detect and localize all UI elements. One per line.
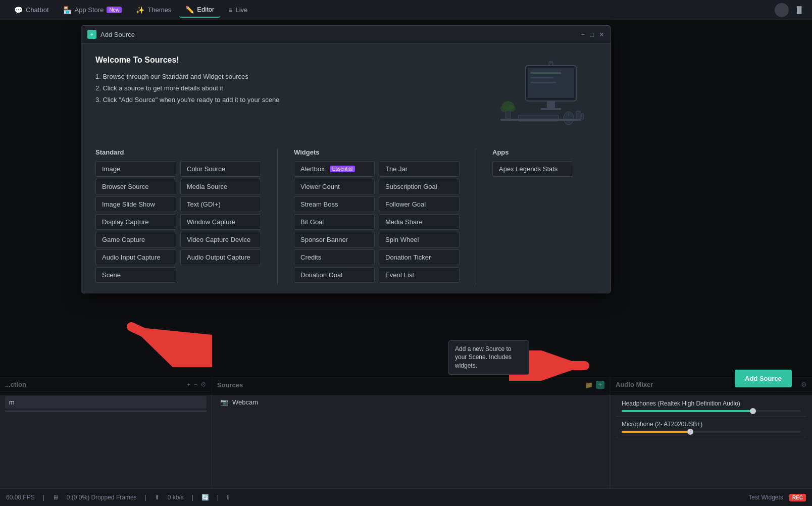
standard-section: Standard Image Browser Source Image Slid… [95, 148, 261, 285]
headphones-fill [622, 410, 756, 412]
audio-headphones: Headphones (Realtek High Definition Audi… [616, 396, 807, 417]
status-bar: 60.00 FPS | 🖥 0 (0.0%) Dropped Frames | … [0, 488, 812, 506]
widget-alertbox[interactable]: Alertbox Essential [294, 161, 375, 177]
minimize-btn[interactable]: − [581, 31, 585, 38]
nav-themes[interactable]: ✨ Themes [130, 3, 177, 17]
headphones-bar[interactable] [622, 410, 801, 412]
dialog-icon: + [87, 30, 96, 39]
source-audio-input[interactable]: Audio Input Capture [95, 249, 176, 265]
bandwidth-display: 0 kb/s [168, 494, 184, 501]
dropped-frames: 0 (0.0%) Dropped Frames [67, 494, 137, 501]
source-media[interactable]: Media Source [180, 179, 261, 194]
widget-the-jar[interactable]: The Jar [379, 161, 460, 177]
widgets-col-2: The Jar Subscription Goal Follower Goal … [379, 161, 460, 285]
widgets-header: Widgets [294, 148, 460, 156]
widget-sponsor-banner[interactable]: Sponsor Banner [294, 232, 375, 247]
svg-rect-14 [531, 82, 556, 83]
nav-live[interactable]: ≡ Live [222, 3, 253, 17]
test-widgets-btn[interactable]: Test Widgets [748, 494, 783, 501]
source-window-capture[interactable]: Window Capture [180, 214, 261, 230]
fps-display: 60.00 FPS [6, 494, 35, 501]
widget-donation-goal[interactable]: Donation Goal [294, 267, 375, 283]
welcome-content: Welcome To Sources! 1. Browse through ou… [95, 56, 469, 136]
svg-rect-11 [500, 119, 581, 121]
app-store-icon: 🏪 [63, 6, 72, 14]
add-source-button[interactable]: Add Source [735, 370, 792, 387]
divider-widgets-apps [476, 148, 476, 285]
apps-header: Apps [492, 148, 573, 156]
separator4: | [217, 494, 219, 501]
bottom-bar-right: Test Widgets REC [748, 494, 806, 501]
frame-icon: 🖥 [53, 494, 59, 501]
widget-spin-wheel[interactable]: Spin Wheel [379, 232, 460, 247]
source-game-capture[interactable]: Game Capture [95, 232, 176, 247]
source-video-capture[interactable]: Video Capture Device [180, 232, 261, 247]
separator2: | [145, 494, 146, 501]
widget-stream-boss[interactable]: Stream Boss [294, 196, 375, 212]
microphone-fill [622, 431, 693, 433]
widget-follower-goal[interactable]: Follower Goal [379, 196, 460, 212]
widget-event-list[interactable]: Event List [379, 267, 460, 283]
welcome-steps: 1. Browse through our Standard and Widge… [95, 73, 469, 104]
headphones-label: Headphones (Realtek High Definition Audi… [622, 400, 801, 407]
bandwidth-icon: ⬆ [155, 494, 160, 501]
headphones-knob[interactable] [750, 408, 756, 414]
dialog-title: Add Source [100, 31, 135, 38]
standard-col-2: Color Source Media Source Text (GDI+) Wi… [180, 161, 261, 285]
new-badge: New [107, 7, 122, 13]
welcome-heading: Welcome To Sources! [95, 56, 469, 65]
standard-columns: Image Browser Source Image Slide Show Di… [95, 161, 261, 285]
source-display-capture[interactable]: Display Capture [95, 214, 176, 230]
scene-item[interactable]: m [5, 396, 207, 409]
widget-donation-ticker[interactable]: Donation Ticker [379, 249, 460, 265]
widget-bit-goal[interactable]: Bit Goal [294, 214, 375, 230]
source-webcam[interactable]: 📷 Webcam [217, 396, 604, 408]
widget-subscription-goal[interactable]: Subscription Goal [379, 179, 460, 194]
widget-credits[interactable]: Credits [294, 249, 375, 265]
step-2: 2. Click a source to get more details ab… [95, 84, 469, 92]
widget-media-share[interactable]: Media Share [379, 214, 460, 230]
svg-rect-3 [541, 108, 561, 110]
nav-app-store[interactable]: 🏪 App Store New [57, 3, 128, 17]
live-icon: ≡ [228, 6, 232, 14]
essential-badge: Essential [330, 166, 356, 172]
source-browser[interactable]: Browser Source [95, 179, 176, 194]
webcam-icon: 📷 [220, 398, 228, 406]
svg-rect-18 [581, 114, 584, 119]
sources-list: 📷 Webcam [212, 392, 610, 488]
illustration-svg [490, 56, 591, 136]
source-image[interactable]: Image [95, 161, 176, 177]
source-color[interactable]: Color Source [180, 161, 261, 177]
maximize-btn[interactable]: □ [590, 31, 594, 38]
source-scene[interactable]: Scene [95, 267, 176, 283]
sources-grid: Standard Image Browser Source Image Slid… [81, 148, 611, 293]
widget-viewer-count[interactable]: Viewer Count [294, 179, 375, 194]
top-navigation: 💬 Chatbot 🏪 App Store New ✨ Themes ✏️ Ed… [0, 0, 812, 20]
close-btn[interactable]: ✕ [599, 31, 604, 38]
nav-chatbot[interactable]: 💬 Chatbot [8, 3, 55, 17]
microphone-knob[interactable] [687, 429, 693, 435]
apps-section: Apps Apex Legends Stats [492, 148, 573, 285]
widgets-col-1: Alertbox Essential Viewer Count Stream B… [294, 161, 375, 285]
dialog-titlebar: + Add Source − □ ✕ [81, 26, 611, 43]
source-text-gdi[interactable]: Text (GDI+) [180, 196, 261, 212]
svg-rect-17 [576, 111, 580, 119]
source-image-slideshow[interactable]: Image Slide Show [95, 196, 176, 212]
dialog-welcome-section: Welcome To Sources! 1. Browse through ou… [81, 43, 611, 148]
nav-editor[interactable]: ✏️ Editor [179, 3, 220, 18]
divider-standard-widgets [277, 148, 278, 285]
standard-col-1: Image Browser Source Image Slide Show Di… [95, 161, 176, 285]
add-source-dialog: + Add Source − □ ✕ Welcome To Sources! 1… [81, 25, 611, 293]
svg-rect-2 [547, 101, 555, 109]
user-avatar[interactable] [775, 3, 789, 17]
audio-list: Headphones (Realtek High Definition Audi… [611, 392, 812, 488]
add-source-tooltip: Add a new Source to your Scene. Includes… [448, 340, 529, 375]
apps-col: Apex Legends Stats [492, 161, 573, 179]
source-audio-output[interactable]: Audio Output Capture [180, 249, 261, 265]
info-icon[interactable]: ℹ [227, 494, 229, 501]
chatbot-icon: 💬 [14, 6, 23, 14]
editor-icon: ✏️ [185, 6, 194, 14]
microphone-bar[interactable] [622, 431, 801, 433]
app-apex-legends[interactable]: Apex Legends Stats [492, 161, 573, 177]
dialog-illustration [485, 56, 596, 136]
